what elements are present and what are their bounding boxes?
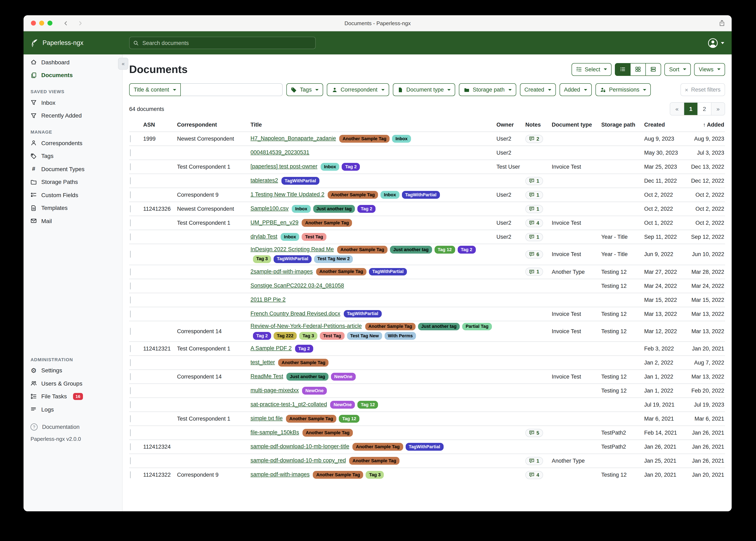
document-link[interactable]: sat-practice-test-1_pt2-collated (250, 401, 327, 408)
document-link[interactable]: 1 Testing New Title Updated 2 (250, 191, 324, 198)
documentation-link[interactable]: ?Documentation (24, 421, 122, 433)
window-controls[interactable] (31, 21, 52, 26)
tag-badge[interactable]: Another Sample Tag (337, 246, 387, 254)
pagination-page-1[interactable]: 1 (684, 103, 697, 115)
table-row[interactable]: 112412322 Correspondent 9 sample-pdf-wit… (129, 468, 725, 482)
row-checkbox[interactable] (130, 387, 131, 394)
tag-badge[interactable]: NewOne (330, 401, 355, 409)
column-header-owner[interactable]: Owner (496, 122, 525, 128)
filter-permissions-button[interactable]: Permissions (595, 83, 651, 96)
column-header-created[interactable]: Created (644, 122, 685, 128)
tag-badge[interactable]: TagWithPartial (274, 255, 312, 263)
global-search[interactable] (129, 37, 316, 49)
row-checkbox[interactable] (130, 457, 131, 464)
cards-view-button[interactable] (646, 63, 661, 76)
tag-badge[interactable]: Tag 3 (366, 471, 384, 479)
row-checkbox[interactable] (130, 443, 131, 450)
sidebar-item-documents[interactable]: Documents (24, 69, 122, 82)
row-checkbox[interactable] (130, 135, 131, 142)
pagination-next[interactable]: » (711, 103, 725, 115)
tag-badge[interactable]: Another Sample Tag (278, 359, 329, 366)
cell-correspondent[interactable]: Correspondent 9 (177, 472, 250, 478)
cell-correspondent[interactable]: Correspondent 9 (177, 192, 250, 198)
tag-badge[interactable]: Just another tag (390, 246, 432, 254)
document-link[interactable]: [paperless] test post-owner (250, 163, 317, 170)
filter-correspondent-button[interactable]: Correspondent (327, 83, 389, 96)
row-checkbox[interactable] (130, 429, 131, 436)
notes-badge[interactable]: 1 (525, 233, 543, 241)
cell-storage-path[interactable]: TestPath2 (601, 444, 644, 450)
table-row[interactable]: Test Correspondent 1 simple txt fileAnot… (129, 411, 725, 425)
tag-badge[interactable]: Test Tag New 2 (314, 255, 353, 263)
row-checkbox[interactable] (130, 345, 131, 352)
document-link[interactable]: French Country Bread Revised.docx (250, 310, 340, 317)
row-checkbox[interactable] (130, 163, 131, 170)
forward-icon[interactable] (78, 20, 83, 26)
document-link[interactable]: simple txt file (250, 415, 283, 422)
cell-document-type[interactable]: Invoice Test (552, 373, 601, 380)
share-icon[interactable] (718, 20, 725, 26)
column-header-storage[interactable]: Storage path (601, 122, 644, 128)
column-header-correspondent[interactable]: Correspondent (177, 122, 250, 128)
user-menu[interactable] (708, 38, 724, 48)
tag-badge[interactable]: Tag 222 (274, 332, 297, 340)
sidebar-item-storage-paths[interactable]: Storage Paths (24, 176, 122, 189)
sidebar-item-custom-fields[interactable]: Custom Fields (24, 189, 122, 202)
search-input[interactable] (142, 39, 312, 46)
filter-storage-path-button[interactable]: Storage path (459, 83, 516, 96)
document-link[interactable]: sample-pdf-download-10-mb copy_red (250, 457, 346, 464)
table-row[interactable]: 2sample-pdf-with-imagesAnother Sample Ta… (129, 265, 725, 278)
cell-storage-path[interactable]: Testing 12 (601, 283, 644, 289)
cell-storage-path[interactable]: Testing 12 (601, 328, 644, 334)
tag-badge[interactable]: Test Tag (320, 332, 344, 340)
tag-badge[interactable]: Tag 2 (295, 345, 313, 352)
table-row[interactable]: 1999 Newest Correspondent H7_Napoleon_Bo… (129, 132, 725, 146)
table-row[interactable]: sat-practice-test-1_pt2-collatedNewOneTa… (129, 397, 725, 411)
document-link[interactable]: A Sample PDF 2 (250, 345, 292, 352)
table-row[interactable]: Test Correspondent 1 UM_PPBE_en_v29Anoth… (129, 216, 725, 230)
close-window-button[interactable] (31, 21, 36, 26)
table-row[interactable]: Sonstige ScanPC2022 03-24_081058 Testing… (129, 278, 725, 292)
row-checkbox[interactable] (130, 359, 131, 366)
cell-storage-path[interactable]: Testing 12 (601, 269, 644, 275)
sidebar-item-recently-added[interactable]: Recently Added (24, 109, 122, 122)
table-row[interactable]: test_letterAnother Sample Tag Jan 2, 202… (129, 355, 725, 369)
column-header-notes[interactable]: Notes (525, 122, 552, 128)
sidebar-item-inbox[interactable]: Inbox (24, 96, 122, 109)
maximize-window-button[interactable] (47, 21, 52, 26)
notes-badge[interactable]: 1 (525, 177, 543, 185)
tag-badge[interactable]: Tag 12 (434, 246, 455, 254)
pagination-page-2[interactable]: 2 (697, 103, 711, 115)
tag-badge[interactable]: Another Sample Tag (286, 415, 336, 423)
row-checkbox[interactable] (130, 310, 131, 317)
document-link[interactable]: Sample100.csv (250, 205, 289, 212)
document-link[interactable]: sample-pdf-download-10-mb-longer-title (250, 443, 349, 450)
cell-document-type[interactable]: Invoice Test (552, 220, 601, 226)
document-link[interactable]: file-sample_150kBs (250, 429, 299, 436)
table-row[interactable]: 0004814539_20230531 User2 May 30, 2023 J… (129, 146, 725, 160)
sidebar-item-users-groups[interactable]: Users & Groups (24, 377, 122, 390)
table-row[interactable]: Correspondent 14 Review-of-New-York-Fede… (129, 320, 725, 341)
tag-badge[interactable]: Another Sample Tag (349, 457, 399, 465)
select-button[interactable]: Select (572, 63, 612, 76)
sidebar-item-templates[interactable]: Templates (24, 202, 122, 215)
tag-badge[interactable]: Inbox (392, 135, 411, 143)
row-checkbox[interactable] (130, 220, 131, 227)
document-link[interactable]: Review-of-New-York-Federal-Petitions-art… (250, 323, 362, 330)
cell-document-type[interactable]: Invoice Test (552, 311, 601, 317)
notes-badge[interactable]: 1 (525, 268, 543, 276)
sidebar-item-file-tasks[interactable]: File Tasks16 (24, 390, 122, 403)
back-icon[interactable] (63, 20, 69, 26)
table-row[interactable]: 112412326 Newest Correspondent Sample100… (129, 202, 725, 216)
cell-correspondent[interactable]: Test Correspondent 1 (177, 416, 250, 422)
tag-badge[interactable]: Inbox (381, 191, 399, 199)
document-link[interactable]: ReadMe Test (250, 373, 283, 380)
minimize-window-button[interactable] (39, 21, 44, 26)
column-header-asn[interactable]: ASN (143, 122, 177, 128)
reset-filters-button[interactable]: × Reset filters (680, 83, 725, 96)
table-row[interactable]: French Country Bread Revised.docxTagWith… (129, 306, 725, 320)
table-row[interactable]: Correspondent 14 ReadMe TestJust another… (129, 369, 725, 383)
tag-badge[interactable]: Just another tag (418, 323, 460, 330)
row-checkbox[interactable] (130, 251, 131, 258)
tag-badge[interactable]: Another Sample Tag (365, 323, 415, 330)
